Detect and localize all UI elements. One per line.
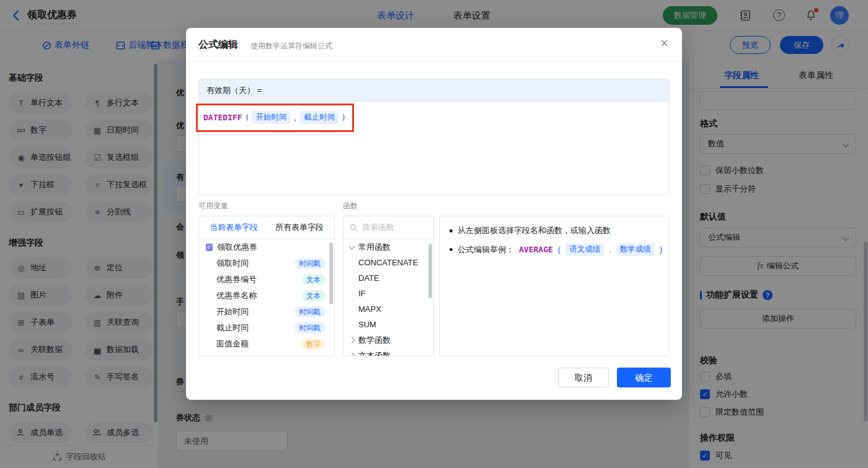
functions-label: 函数 <box>343 201 358 211</box>
function-item-date[interactable]: DATE <box>343 270 433 286</box>
formula-edit-modal: 公式编辑 使用数学运算符编辑公式 × 有效期（天） = DATEDIFF( 开始… <box>186 28 682 400</box>
functions-panel: 搜索函数 常用函数 CONCATENATE DATE IF MAPX SUM 数… <box>343 216 434 356</box>
type-badge-text: 文本 <box>301 274 326 285</box>
hint-text: 公式编辑举例： <box>458 244 514 255</box>
function-item-if[interactable]: IF <box>343 286 433 301</box>
functions-scrollbar[interactable] <box>428 244 432 298</box>
variable-row[interactable]: 优惠券名称文本 <box>199 288 334 304</box>
function-item-mapx[interactable]: MAPX <box>343 301 433 317</box>
function-group-text[interactable]: 文本函数 <box>343 348 433 356</box>
field-chip-example-1: 语文成绩 <box>565 243 604 256</box>
modal-subtitle: 使用数学运算符编辑公式 <box>250 41 332 51</box>
comma-token: , <box>609 245 611 254</box>
annotation-red-box <box>196 104 354 132</box>
variable-row[interactable]: 优惠券编号文本 <box>199 272 334 288</box>
variable-name: 开始时间 <box>216 306 249 317</box>
close-paren: ) <box>660 245 662 254</box>
variable-row[interactable]: 领取时间时间戳 <box>199 255 334 272</box>
type-badge-timestamp: 时间戳 <box>294 306 326 317</box>
modal-title: 公式编辑 <box>198 38 238 51</box>
variable-row[interactable]: 面值金额数字 <box>199 336 334 352</box>
hints-panel: 从左侧面板选择字段名和函数，或输入函数 公式编辑举例：AVERAGE( 语文成绩… <box>439 216 670 356</box>
type-badge-number: 数字 <box>301 338 326 350</box>
function-item-sum[interactable]: SUM <box>343 317 433 332</box>
hint-line-2: 公式编辑举例：AVERAGE( 语文成绩 , 数学成绩 ) <box>450 243 662 256</box>
function-group-math[interactable]: 数学函数 <box>343 332 433 348</box>
search-placeholder: 搜索函数 <box>362 222 394 233</box>
bullet-icon <box>450 229 453 232</box>
variables-scrollbar[interactable] <box>329 242 333 304</box>
chevron-right-icon <box>349 337 355 343</box>
variable-name: 优惠券编号 <box>216 274 257 285</box>
formula-target-row: 有效期（天） = <box>198 79 670 101</box>
field-chip-example-2: 数学成绩 <box>616 243 655 256</box>
open-paren: ( <box>558 245 560 254</box>
variable-name: 领取时间 <box>216 258 249 269</box>
form-name: 领取优惠券 <box>217 242 257 253</box>
divider <box>186 61 682 61</box>
hint-line-1: 从左侧面板选择字段名和函数，或输入函数 <box>450 225 611 236</box>
search-icon <box>350 224 358 232</box>
tab-current-form-fields[interactable]: 当前表单字段 <box>210 222 258 233</box>
chevron-down-icon <box>349 243 355 249</box>
tab-all-form-fields[interactable]: 所有表单字段 <box>275 222 324 233</box>
hint-text: 从左侧面板选择字段名和函数，或输入函数 <box>458 225 611 236</box>
group-label: 数学函数 <box>358 335 391 346</box>
cancel-button[interactable]: 取消 <box>558 368 609 387</box>
group-label: 文本函数 <box>358 350 391 357</box>
function-search[interactable]: 搜索函数 <box>343 216 433 239</box>
function-token: AVERAGE <box>519 245 553 254</box>
variables-tabs: 当前表单字段 所有表单字段 <box>199 216 334 239</box>
function-group-common[interactable]: 常用函数 <box>343 239 433 255</box>
variable-name: 优惠券名称 <box>216 290 257 301</box>
close-icon[interactable]: × <box>660 35 668 51</box>
variable-row[interactable]: 截止时间时间戳 <box>199 320 334 336</box>
function-item-concatenate[interactable]: CONCATENATE <box>343 255 433 270</box>
variables-panel: 当前表单字段 所有表单字段 领取优惠券 领取时间时间戳 优惠券编号文本 优惠券名… <box>198 216 335 356</box>
group-label: 常用函数 <box>358 242 391 253</box>
variable-row[interactable]: 开始时间时间戳 <box>199 304 334 320</box>
variables-form-node[interactable]: 领取优惠券 <box>199 239 334 255</box>
type-badge-timestamp: 时间戳 <box>294 322 326 333</box>
confirm-button[interactable]: 确定 <box>617 368 671 387</box>
variable-name: 截止时间 <box>216 322 249 333</box>
form-doc-icon <box>205 243 213 252</box>
chevron-right-icon <box>349 353 355 356</box>
variable-name: 面值金额 <box>216 338 249 350</box>
variables-label: 可用变量 <box>198 201 228 211</box>
type-badge-text: 文本 <box>301 290 326 301</box>
type-badge-timestamp: 时间戳 <box>294 258 326 269</box>
bullet-icon <box>450 248 453 251</box>
